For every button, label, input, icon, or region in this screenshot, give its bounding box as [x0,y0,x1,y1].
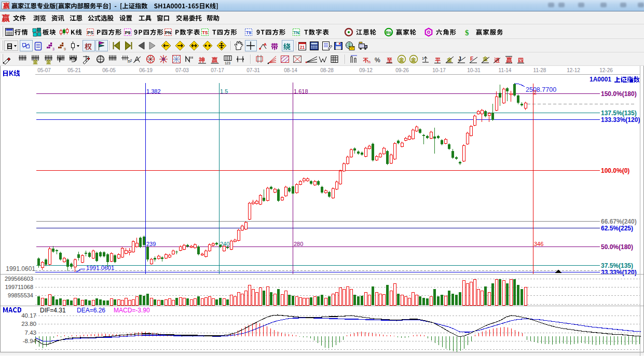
svg-text:06-05: 06-05 [102,67,116,73]
svg-text:Big: Big [386,31,391,35]
svg-text:1.382: 1.382 [146,88,161,94]
svg-text:2: 2 [533,89,537,95]
svg-text:DIF=4.31: DIF=4.31 [40,307,66,314]
svg-text:n²: n² [128,59,132,64]
svg-text:99855534: 99855534 [8,292,33,298]
svg-text:2508.7700: 2508.7700 [526,86,556,93]
svg-text:06-19: 06-19 [139,67,153,73]
svg-text:50.0%(180): 50.0%(180) [601,243,633,251]
svg-text:100.0%(0): 100.0%(0) [601,167,629,174]
svg-text:P9: P9 [125,30,131,35]
svg-text:280: 280 [294,241,303,247]
svg-text:PS: PS [87,30,93,35]
svg-text:33.33%(120): 33.33%(120) [601,269,637,276]
svg-text:133.33%(120): 133.33%(120) [601,116,640,124]
svg-text:TN: TN [293,30,299,35]
svg-text:08-28: 08-28 [320,67,334,73]
svg-text:37.5%(135): 37.5%(135) [601,262,633,269]
svg-text:40.17: 40.17 [21,312,36,319]
svg-text:TS: TS [202,30,208,35]
svg-text:199711068: 199711068 [5,284,33,290]
svg-text:9: 9 [64,47,66,51]
svg-text:1: 1 [422,57,424,60]
svg-text:10-31: 10-31 [467,67,481,73]
svg-text:1.618: 1.618 [294,88,308,94]
svg-text:299566603: 299566603 [5,276,33,282]
svg-text:09-26: 09-26 [395,67,409,73]
svg-text:21: 21 [300,45,305,50]
svg-text:10-17: 10-17 [432,67,446,73]
svg-text:66.67%(240): 66.67%(240) [601,218,637,225]
svg-text:11-28: 11-28 [533,67,546,73]
svg-text:12-12: 12-12 [567,67,580,73]
svg-text:1991.0601: 1991.0601 [86,265,114,271]
svg-text:1991.0601: 1991.0601 [6,265,35,272]
svg-text:62.5%(225): 62.5%(225) [601,225,633,232]
svg-text:07-17: 07-17 [211,67,224,73]
svg-text:150.0%(180): 150.0%(180) [601,90,637,98]
svg-text:MACD=-3.90: MACD=-3.90 [114,307,150,314]
svg-text:07-03: 07-03 [175,67,189,73]
svg-text:$: $ [465,29,469,37]
svg-text:11-14: 11-14 [499,67,512,73]
svg-text:08-14: 08-14 [284,67,297,73]
svg-text:T9: T9 [246,30,251,35]
svg-text:07-31: 07-31 [246,67,260,73]
svg-text:05-07: 05-07 [37,67,51,73]
svg-text:137.5%(135): 137.5%(135) [601,109,637,117]
svg-text:12-26: 12-26 [599,67,613,73]
svg-text:3: 3 [52,47,54,51]
svg-text:%: % [367,60,371,64]
svg-text:PN: PN [165,30,171,35]
svg-text:1A0001: 1A0001 [590,76,611,83]
svg-text:346: 346 [534,241,543,247]
svg-text:23.80: 23.80 [21,321,36,327]
svg-text:7.43: 7.43 [25,330,36,336]
svg-text:A: A [264,42,267,47]
svg-text:DEA=6.26: DEA=6.26 [77,307,105,314]
svg-text:F: F [470,56,473,62]
svg-text:123: 123 [225,61,230,65]
svg-text:05-21: 05-21 [67,67,81,73]
svg-text:%: % [375,57,380,64]
svg-text:-8.94: -8.94 [23,338,37,344]
svg-text:1.5: 1.5 [220,88,228,94]
svg-text:09-12: 09-12 [359,67,373,73]
